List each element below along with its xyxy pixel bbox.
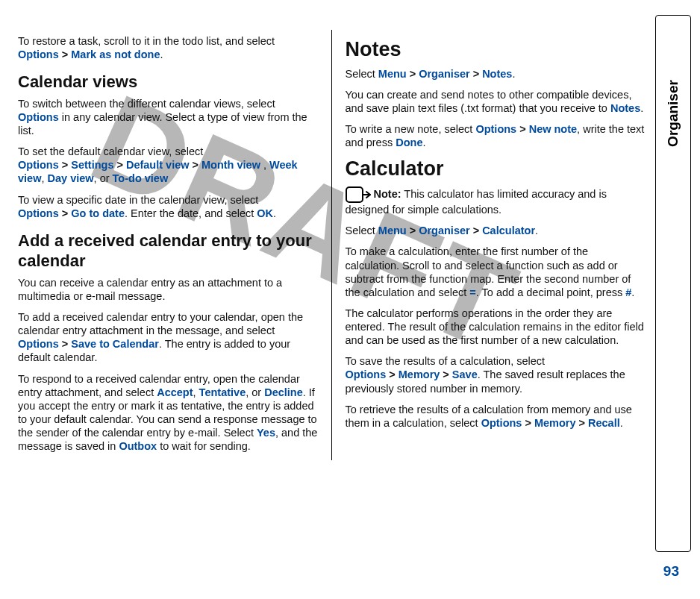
options-label: Options xyxy=(18,207,59,219)
organiser-label: Organiser xyxy=(419,68,470,80)
calculator-heading: Calculator xyxy=(346,157,646,182)
page-number: 93 xyxy=(663,563,679,580)
side-tab: Organiser xyxy=(655,15,691,552)
content-columns: To restore a task, scroll to it in the t… xyxy=(18,30,645,460)
options-label: Options xyxy=(18,338,59,350)
calendar-views-p3: To view a specific date in the calendar … xyxy=(18,193,318,220)
chevron-right-icon: > xyxy=(525,417,531,429)
add-entry-p3: To respond to a received calendar entry,… xyxy=(18,372,318,454)
chevron-right-icon: > xyxy=(473,68,479,80)
text: . The saved result replaces the previous… xyxy=(346,369,625,394)
calculator-p1: Select Menu>Organiser>Calculator. xyxy=(346,224,646,237)
notes-label: Notes xyxy=(610,102,640,114)
calendar-views-heading: Calendar views xyxy=(18,72,318,92)
text: . Enter the date, and select xyxy=(125,207,257,219)
chevron-right-icon: > xyxy=(62,338,68,350)
memory-label: Memory xyxy=(534,417,576,429)
text: . xyxy=(422,137,425,148)
memory-label: Memory xyxy=(399,369,440,380)
default-view-label: Default view xyxy=(126,159,190,171)
todo-view-label: To-do view xyxy=(113,172,169,184)
text: . xyxy=(631,286,634,298)
text: , or xyxy=(246,386,264,398)
text: . xyxy=(273,207,276,219)
options-label: Options xyxy=(346,369,387,380)
decline-label: Decline xyxy=(264,386,303,398)
equals-label: = xyxy=(469,286,475,298)
notes-p3: To write a new note, select Options>New … xyxy=(346,122,646,149)
chevron-right-icon: > xyxy=(193,159,199,171)
organiser-label: Organiser xyxy=(419,225,470,236)
recall-label: Recall xyxy=(588,417,620,429)
text: Select xyxy=(346,225,378,236)
done-label: Done xyxy=(396,137,422,148)
options-label: Options xyxy=(481,417,522,429)
month-view-label: Month view xyxy=(201,159,260,171)
outbox-label: Outbox xyxy=(119,440,157,452)
accept-label: Accept xyxy=(157,386,193,398)
text: To restore a task, scroll to it in the t… xyxy=(18,35,275,47)
options-label: Options xyxy=(18,111,59,123)
right-column: Notes Select Menu>Organiser>Notes. You c… xyxy=(331,30,646,460)
left-column: To restore a task, scroll to it in the t… xyxy=(18,30,331,460)
text: To switch between the different calendar… xyxy=(18,98,275,110)
add-entry-p1: You can receive a calendar entry as an a… xyxy=(18,276,318,303)
section-label: Organiser xyxy=(665,80,681,147)
chevron-right-icon: > xyxy=(410,68,416,80)
chevron-right-icon: > xyxy=(410,225,416,236)
text: , xyxy=(260,159,269,171)
chevron-right-icon: > xyxy=(116,159,122,171)
text: To add a received calendar entry to your… xyxy=(18,311,303,336)
text: , xyxy=(41,172,47,184)
note-label: Note: xyxy=(374,188,401,200)
new-note-label: New note xyxy=(529,123,577,135)
calculator-p4: To save the results of a calculation, se… xyxy=(346,354,646,395)
notes-p2: You can create and send notes to other c… xyxy=(346,88,646,115)
menu-label: Menu xyxy=(378,68,407,80)
goto-date-label: Go to date xyxy=(71,207,125,219)
text: To write a new note, select xyxy=(346,123,476,135)
page: DRAFT To restore a task, scroll to it in… xyxy=(0,0,700,599)
text: . xyxy=(160,48,163,60)
calculator-p5: To retrieve the results of a calculation… xyxy=(346,403,646,430)
chevron-right-icon: > xyxy=(62,48,68,60)
calculator-p2: To make a calculation, enter the first n… xyxy=(346,245,646,299)
text: To set the default calendar view, select xyxy=(18,145,203,157)
calendar-views-p1: To switch between the different calendar… xyxy=(18,97,318,137)
text: to wait for sending. xyxy=(157,440,251,452)
calculator-note: Note: This calculator has limited accura… xyxy=(346,186,646,216)
save-label: Save xyxy=(452,369,478,380)
text: , xyxy=(193,386,199,398)
mark-not-done-label: Mark as not done xyxy=(71,48,160,60)
chevron-right-icon: > xyxy=(389,369,395,380)
add-entry-p2: To add a received calendar entry to your… xyxy=(18,310,318,365)
yes-label: Yes xyxy=(257,427,275,439)
text: in any calendar view. Select a type of v… xyxy=(18,111,307,137)
options-label: Options xyxy=(18,159,59,171)
calculator-label: Calculator xyxy=(482,225,535,236)
text: , or xyxy=(94,172,113,184)
calendar-views-p2: To set the default calendar view, select… xyxy=(18,145,318,185)
text: To save the results of a calculation, se… xyxy=(346,355,546,367)
notes-label: Notes xyxy=(482,68,512,80)
notes-heading: Notes xyxy=(346,37,646,63)
day-view-label: Day view xyxy=(48,172,94,184)
chevron-right-icon: > xyxy=(62,207,68,219)
note-icon xyxy=(346,186,371,203)
tentative-label: Tentative xyxy=(199,386,246,398)
notes-p1: Select Menu>Organiser>Notes. xyxy=(346,67,646,81)
menu-label: Menu xyxy=(378,225,407,236)
text: . xyxy=(620,417,623,429)
restore-task-paragraph: To restore a task, scroll to it in the t… xyxy=(18,34,318,61)
text: To view a specific date in the calendar … xyxy=(18,194,258,206)
chevron-right-icon: > xyxy=(443,369,449,380)
text: . xyxy=(512,68,515,80)
calculator-p3: The calculator performs operations in th… xyxy=(346,307,646,347)
text: . To add a decimal point, press xyxy=(476,286,625,298)
text: Select xyxy=(346,68,378,80)
text: . xyxy=(640,102,643,114)
svg-rect-0 xyxy=(346,187,363,202)
add-entry-heading: Add a received calendar entry to your ca… xyxy=(18,230,318,272)
chevron-right-icon: > xyxy=(62,159,68,171)
chevron-right-icon: > xyxy=(519,123,525,135)
